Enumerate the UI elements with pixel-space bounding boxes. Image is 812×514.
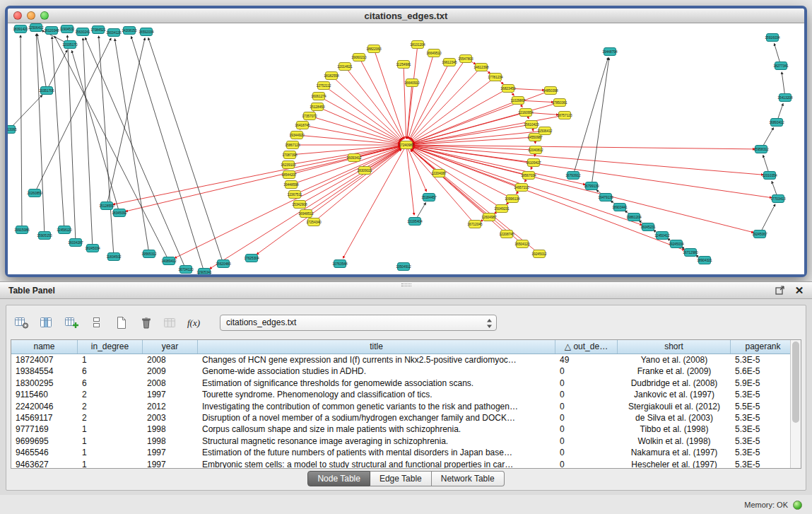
graph-edge-black[interactable] — [114, 39, 149, 254]
graph-node[interactable]: 16649510 — [426, 49, 442, 57]
graph-node[interactable]: 12035170 — [62, 41, 78, 49]
graph-edge-red[interactable] — [257, 145, 406, 255]
new-table-icon[interactable] — [110, 312, 132, 333]
graph-node[interactable]: 17084521 — [90, 26, 106, 34]
graph-node[interactable]: 12458120 — [57, 226, 72, 234]
column-header-in_degree[interactable]: in_degree — [78, 340, 143, 354]
graph-edge-red[interactable] — [406, 145, 753, 233]
graph-edge-black[interactable] — [99, 36, 114, 257]
graph-node[interactable]: 20351706 — [39, 87, 54, 95]
graph-node[interactable]: 12905341 — [196, 269, 212, 275]
column-header-short[interactable]: short — [618, 340, 731, 354]
graph-node[interactable]: 19060210 — [351, 54, 367, 62]
graph-node[interactable]: 17850361 — [552, 99, 567, 107]
column-header-year[interactable]: year — [143, 340, 198, 354]
graph-node[interactable]: 16734120 — [178, 266, 194, 274]
graph-node[interactable]: 15916034 — [765, 34, 780, 42]
graph-node[interactable]: 12204087 — [431, 170, 447, 177]
graph-node[interactable]: 15547803 — [458, 55, 473, 63]
scrollbar-thumb[interactable] — [792, 341, 799, 423]
graph-node[interactable]: 19915086 — [14, 226, 30, 234]
graph-node[interactable]: 12014621 — [337, 63, 353, 71]
table-row[interactable]: 1872400712008Changes of HCN gene express… — [11, 354, 790, 366]
graph-node[interactable]: 16239103 — [281, 161, 296, 169]
panel-resize-handle[interactable] — [401, 284, 411, 286]
graph-edge-red[interactable] — [297, 135, 400, 144]
graph-node[interactable]: 14612398 — [473, 64, 489, 71]
graph-node[interactable]: 10763548 — [332, 260, 348, 268]
graph-edge-black[interactable] — [107, 38, 145, 206]
graph-node[interactable]: 12604987 — [481, 214, 497, 221]
graph-edge-black[interactable] — [47, 50, 67, 90]
graph-edge-red[interactable] — [406, 145, 414, 215]
graph-node[interactable]: 16034287 — [68, 239, 83, 247]
graph-edge-black[interactable] — [52, 37, 64, 230]
graph-node[interactable]: 18567034 — [521, 172, 536, 180]
delete-table-icon[interactable] — [134, 312, 157, 333]
tab-node-table[interactable]: Node Table — [307, 471, 370, 486]
graph-node[interactable]: 22040812 — [528, 146, 543, 154]
graph-edge-black[interactable] — [760, 204, 775, 234]
graph-node[interactable]: 16823450 — [500, 85, 516, 93]
graph-node[interactable]: 12506412 — [28, 24, 44, 32]
graph-node[interactable]: 12208745 — [499, 230, 514, 238]
graph-node[interactable]: 18245034 — [85, 245, 100, 252]
graph-node[interactable]: 16640910 — [404, 79, 420, 87]
graph-node[interactable]: 14850398 — [543, 87, 558, 95]
graph-edge-red[interactable] — [406, 145, 763, 175]
graph-node[interactable]: 20260859 — [27, 189, 42, 197]
float-panel-icon[interactable] — [774, 285, 785, 296]
graph-edge-black[interactable] — [36, 34, 45, 235]
graph-node[interactable]: 15128453 — [310, 103, 325, 111]
graph-node[interactable]: 18822063 — [366, 45, 382, 53]
graph-node[interactable]: 17087398 — [282, 151, 298, 159]
graph-node[interactable]: 18131204 — [410, 41, 425, 49]
graph-node[interactable]: 15342908 — [292, 201, 307, 209]
graph-node[interactable]: 15184457 — [421, 194, 437, 201]
graph-node[interactable]: 12752112 — [317, 82, 331, 90]
graph-edge-red[interactable] — [302, 125, 400, 144]
function-builder-icon[interactable]: f(x) — [184, 312, 206, 333]
minimize-window-button[interactable] — [27, 11, 35, 20]
graph-node[interactable]: 16120348 — [44, 27, 59, 35]
graph-edge-black[interactable] — [148, 38, 223, 264]
graph-node[interactable]: 12160954 — [518, 109, 534, 117]
table-row[interactable]: 911546021997Tourette syndrome. Phenomeno… — [11, 389, 790, 400]
graph-edge-black[interactable] — [9, 95, 42, 129]
graph-node[interactable]: 11834502 — [107, 253, 122, 261]
graph-node[interactable]: 13195404 — [407, 218, 423, 226]
graph-node[interactable]: 19245034 — [669, 240, 684, 248]
rows-icon[interactable] — [85, 312, 107, 333]
graph-node[interactable]: 19612345 — [442, 59, 457, 66]
graph-node[interactable]: 11254981 — [396, 61, 411, 69]
graph-node[interactable]: 19479139 — [598, 194, 613, 201]
graph-edge-red[interactable] — [319, 96, 401, 142]
graph-node[interactable]: 11506412 — [538, 127, 553, 135]
graph-edge-black[interactable] — [83, 38, 93, 248]
graph-node[interactable]: 16504123 — [514, 240, 530, 248]
graph-node[interactable]: 14208153 — [122, 27, 137, 35]
create-column-icon[interactable] — [60, 312, 83, 333]
network-canvas[interactable]: 1512845317357072164187451934492015867123… — [8, 23, 804, 274]
graph-edge-red[interactable] — [331, 76, 401, 141]
graph-node[interactable]: 18544207 — [281, 171, 297, 179]
graph-node[interactable]: 14089412 — [161, 257, 177, 265]
column-header-title[interactable]: title — [198, 340, 555, 354]
table-mode-icon[interactable] — [11, 312, 33, 333]
close-window-button[interactable] — [13, 11, 22, 20]
graph-edge-black[interactable] — [573, 58, 608, 175]
graph-node[interactable]: 16061274 — [311, 93, 326, 100]
graph-node[interactable]: 20413065 — [8, 126, 17, 134]
zoom-window-button[interactable] — [40, 11, 49, 20]
graph-node[interactable]: 17254340 — [306, 218, 322, 226]
graph-node[interactable]: 18903441 — [612, 204, 628, 211]
graph-node[interactable]: 18757123 — [557, 112, 572, 119]
graph-node[interactable]: 18345092 — [112, 209, 127, 217]
graph-node[interactable]: 15049231 — [494, 205, 510, 213]
graph-node[interactable]: 19034126 — [106, 29, 122, 37]
memory-ok-icon[interactable] — [793, 501, 802, 510]
graph-node[interactable]: 19344920 — [289, 132, 305, 139]
graph-edge-red[interactable] — [412, 88, 508, 142]
graph-node[interactable]: 16093412 — [346, 154, 362, 162]
graph-node[interactable]: 19448598 — [283, 181, 299, 189]
